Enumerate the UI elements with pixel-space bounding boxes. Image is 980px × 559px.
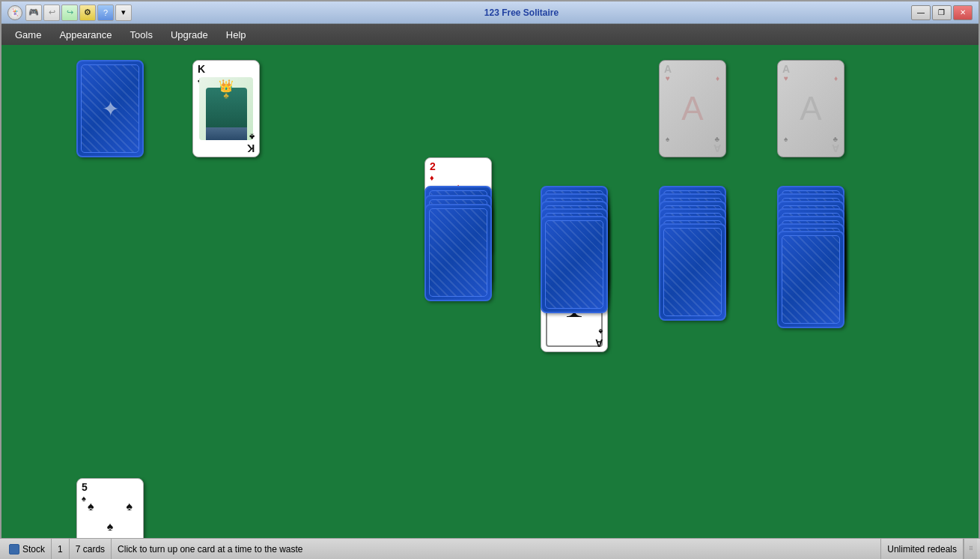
toolbar-icon-1[interactable]: 🎮 <box>25 4 42 21</box>
five-spades-card[interactable]: 5♠ ♠ ♠ ♠ ♠ ♠ 5♠ <box>76 478 144 540</box>
app-icon: 🃏 <box>7 5 22 20</box>
status-bar: Stock 1 7 cards Click to turn up one car… <box>0 538 980 559</box>
menu-game[interactable]: Game <box>7 27 49 43</box>
status-hint: Click to turn up one card at a time to t… <box>112 539 881 559</box>
status-stock-text: Stock <box>22 544 45 555</box>
foundation-3-card[interactable]: A A ♥ ♦ ♠ ♣ A <box>659 60 726 157</box>
toolbar-icons: 🎮 ↩ ↪ ⚙ ? ▾ <box>25 4 132 21</box>
toolbar-icon-2[interactable]: ↩ <box>43 4 60 21</box>
status-grip: ⠿ <box>964 539 977 559</box>
close-button[interactable]: ✕ <box>953 5 973 20</box>
ace-spades-rank-bot: A♠ <box>595 327 603 348</box>
title-bar: 🃏 🎮 ↩ ↪ ⚙ ? ▾ 123 Free Solitaire — ❐ ✕ <box>1 1 979 24</box>
status-icon <box>9 544 19 555</box>
window-title: 123 Free Solitaire <box>484 7 559 18</box>
toolbar-icon-3[interactable]: ↪ <box>61 4 78 21</box>
menu-help[interactable]: Help <box>219 27 254 43</box>
col7-back-7 <box>777 231 844 328</box>
minimize-button[interactable]: — <box>911 5 931 20</box>
title-bar-left: 🃏 🎮 ↩ ↪ ⚙ ? ▾ <box>7 4 132 21</box>
toolbar-icon-5[interactable]: ? <box>97 4 114 21</box>
foundation-4-rank-bot: A <box>832 143 839 154</box>
card-back-pattern: ✦ <box>81 64 139 153</box>
status-redeals: Unlimited redeals <box>881 539 964 559</box>
foundation-4-rank-top: A <box>782 64 790 74</box>
foundation-3-rank-top: A <box>664 64 672 74</box>
menu-upgrade[interactable]: Upgrade <box>163 27 216 43</box>
two-diamonds-rank-top: 2♦ <box>430 161 436 182</box>
status-count: 1 <box>52 539 70 559</box>
window-controls: — ❐ ✕ <box>911 5 973 20</box>
foundation-4-card[interactable]: A A ♥ ♦ ♠ ♣ A <box>777 60 844 157</box>
menu-tools[interactable]: Tools <box>123 27 160 43</box>
toolbar-dropdown[interactable]: ▾ <box>115 4 132 21</box>
game-area[interactable]: ✦ K♣ 👑 ♣ K♣ 2♦ ♦ ♦ 2♦ A♠ <box>1 45 980 540</box>
status-stock-label: Stock <box>3 539 52 559</box>
col6-back-6 <box>659 223 726 321</box>
maximize-button[interactable]: ❐ <box>932 5 952 20</box>
menu-appearance[interactable]: Appearance <box>52 27 119 43</box>
five-spades-rank-top: 5♠ <box>82 482 88 503</box>
col4-back-3 <box>424 204 492 301</box>
king-clubs-rank-bot: K♣ <box>247 133 255 154</box>
status-cards: 7 cards <box>70 539 112 559</box>
menu-bar: Game Appearance Tools Upgrade Help <box>1 24 979 45</box>
stock-pile[interactable]: ✦ <box>76 60 144 157</box>
toolbar-icon-4[interactable]: ⚙ <box>79 4 96 21</box>
menu-score-container: Game Appearance Tools Upgrade Help 🃏 Sco… <box>1 24 979 45</box>
king-clubs-art: 👑 ♣ <box>199 77 253 140</box>
king-clubs-card[interactable]: K♣ 👑 ♣ K♣ <box>192 60 260 157</box>
foundation-3-rank-bot: A <box>713 143 721 154</box>
col5-back-5 <box>541 216 608 313</box>
